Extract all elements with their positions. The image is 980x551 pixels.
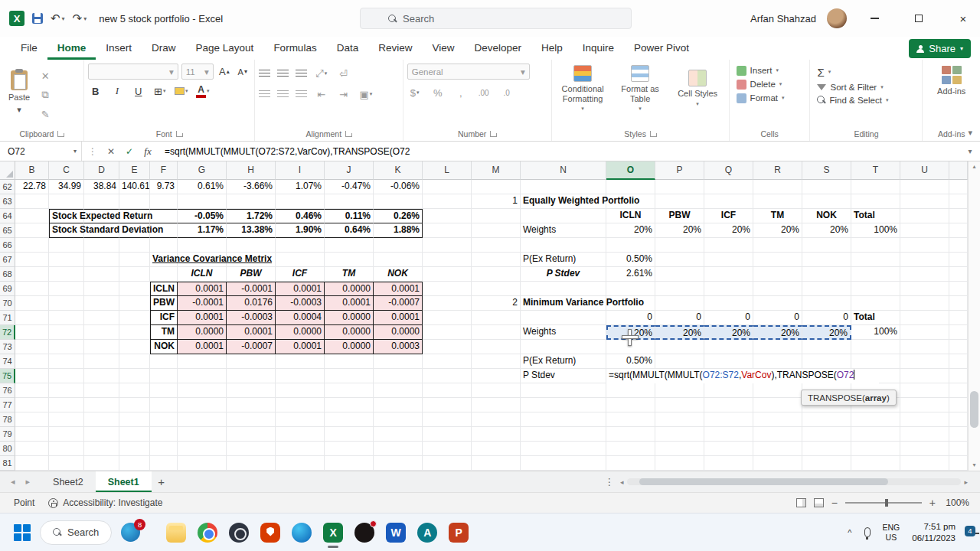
cell-N68[interactable]: P Stdev <box>521 267 606 282</box>
cell-J78[interactable] <box>325 412 374 427</box>
cell-I66[interactable] <box>276 238 325 253</box>
cell-K75[interactable] <box>374 369 423 383</box>
cell-U66[interactable] <box>900 238 949 253</box>
cell-H71[interactable]: -0.0003 <box>227 311 276 325</box>
cell-Q67[interactable] <box>704 253 753 267</box>
increase-indent-button[interactable]: ⇥ <box>336 86 351 102</box>
cell-M70[interactable]: 2 <box>472 296 521 311</box>
taskbar-app-word[interactable]: W <box>386 523 406 543</box>
column-header-I[interactable]: I <box>276 161 325 180</box>
number-format-combo[interactable]: General▾ <box>407 64 530 80</box>
cell-S80[interactable] <box>802 442 851 456</box>
align-top-icon[interactable] <box>259 70 270 78</box>
cell-B62[interactable]: 22.78 <box>15 180 49 194</box>
cell-P69[interactable] <box>655 282 704 296</box>
cell-X72[interactable] <box>949 325 968 340</box>
cell-T73[interactable] <box>851 340 900 354</box>
cell-N69[interactable] <box>521 282 606 296</box>
cell-H62[interactable]: -3.66% <box>227 180 276 194</box>
cell-T72[interactable]: 100% <box>851 325 900 340</box>
row-header-67[interactable]: 67 <box>0 253 15 267</box>
column-header-D[interactable]: D <box>84 161 119 180</box>
cell-C75[interactable] <box>49 369 84 383</box>
start-button[interactable] <box>14 524 31 541</box>
cell-G63[interactable] <box>178 194 227 209</box>
browser-notification-icon[interactable]: 8 <box>121 523 140 542</box>
cell-L74[interactable] <box>423 354 472 369</box>
cell-L70[interactable] <box>423 296 472 311</box>
cell-R81[interactable] <box>753 456 802 471</box>
cell-D81[interactable] <box>84 456 119 471</box>
cell-C66[interactable] <box>49 238 84 253</box>
cell-L63[interactable] <box>423 194 472 209</box>
cell-N73[interactable] <box>521 340 606 354</box>
cell-F71[interactable]: ICF <box>150 311 178 325</box>
share-button[interactable]: Share ▾ <box>909 39 971 58</box>
cell-Q71[interactable]: 0 <box>704 311 753 325</box>
taskbar-app-powerpoint[interactable]: P <box>449 523 469 543</box>
cell-P67[interactable] <box>655 253 704 267</box>
column-header-N[interactable]: N <box>521 161 606 180</box>
cell-M73[interactable] <box>472 340 521 354</box>
cell-Q64[interactable]: ICF <box>704 209 753 223</box>
column-header-O[interactable]: O <box>606 161 655 180</box>
cell-X73[interactable] <box>949 340 968 354</box>
cell-P66[interactable] <box>655 238 704 253</box>
cell-N62[interactable] <box>521 180 606 194</box>
alignment-dialog-launcher[interactable] <box>345 131 351 137</box>
cell-B70[interactable] <box>15 296 49 311</box>
delete-cells-button[interactable]: Delete▾ <box>733 77 806 91</box>
font-dialog-launcher[interactable] <box>176 131 182 137</box>
hscroll-left-arrow[interactable]: ◂ <box>620 478 624 486</box>
cell-N65[interactable]: Weights <box>521 223 606 238</box>
zoom-level[interactable]: 100% <box>943 497 969 508</box>
cell-B75[interactable] <box>15 369 49 383</box>
align-left-icon[interactable] <box>259 90 270 99</box>
cell-X64[interactable] <box>949 209 968 223</box>
cell-M71[interactable] <box>472 311 521 325</box>
cell-L69[interactable] <box>423 282 472 296</box>
column-header-H[interactable]: H <box>227 161 276 180</box>
cell-I62[interactable]: 1.07% <box>276 180 325 194</box>
cell-E81[interactable] <box>119 456 150 471</box>
cell-B78[interactable] <box>15 412 49 427</box>
cell-K71[interactable]: 0.0001 <box>374 311 423 325</box>
cell-G71[interactable]: 0.0001 <box>178 311 227 325</box>
cell-B73[interactable] <box>15 340 49 354</box>
orientation-button[interactable]: ⤢▾ <box>314 66 329 81</box>
cell-T62[interactable] <box>851 180 900 194</box>
cell-Q77[interactable] <box>704 398 753 412</box>
cell-C79[interactable] <box>49 427 84 442</box>
cell-X67[interactable] <box>949 253 968 267</box>
cell-X81[interactable] <box>949 456 968 471</box>
cell-R70[interactable] <box>753 296 802 311</box>
cell-B65[interactable] <box>15 223 49 238</box>
cell-P63[interactable] <box>655 194 704 209</box>
cell-H64[interactable]: 1.72% <box>227 209 276 223</box>
cell-E76[interactable] <box>119 383 150 398</box>
cell-C64[interactable]: Stock Expected Return <box>49 209 84 223</box>
zoom-slider-thumb[interactable] <box>885 499 888 507</box>
cell-L78[interactable] <box>423 412 472 427</box>
cell-J77[interactable] <box>325 398 374 412</box>
cell-E62[interactable]: 140.61 <box>119 180 150 194</box>
column-header-K[interactable]: K <box>374 161 423 180</box>
cell-J79[interactable] <box>325 427 374 442</box>
cell-E68[interactable] <box>119 267 150 282</box>
cell-Q80[interactable] <box>704 442 753 456</box>
cell-J74[interactable] <box>325 354 374 369</box>
cell-X70[interactable] <box>949 296 968 311</box>
row-header-79[interactable]: 79 <box>0 427 15 442</box>
cell-S73[interactable] <box>802 340 851 354</box>
borders-button[interactable]: ⊞▾ <box>152 83 168 99</box>
cell-J63[interactable] <box>325 194 374 209</box>
cell-G74[interactable] <box>178 354 227 369</box>
column-header-G[interactable]: G <box>178 161 227 180</box>
row-header-69[interactable]: 69 <box>0 282 15 296</box>
cell-H70[interactable]: 0.0176 <box>227 296 276 311</box>
cell-R73[interactable] <box>753 340 802 354</box>
cell-M68[interactable] <box>472 267 521 282</box>
cell-B64[interactable] <box>15 209 49 223</box>
cell-P65[interactable]: 20% <box>655 223 704 238</box>
column-header-C[interactable]: C <box>49 161 84 180</box>
